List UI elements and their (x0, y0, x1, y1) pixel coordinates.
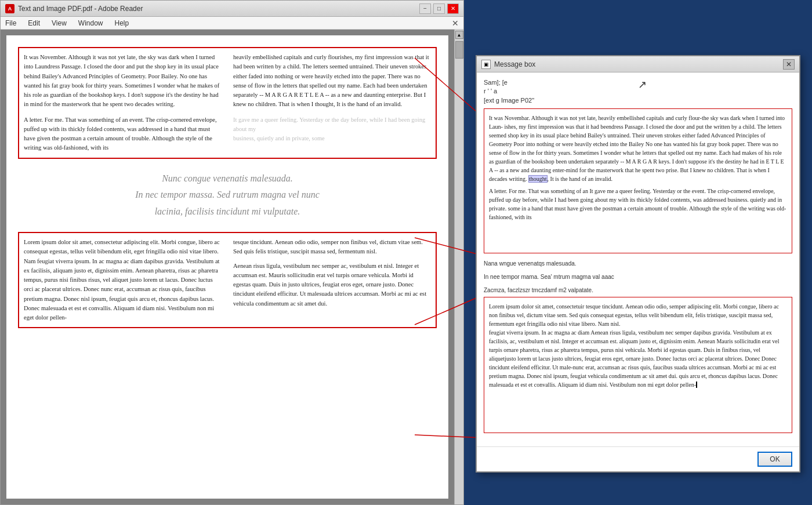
pdf-text-col2-bottom1: tesque tincidunt. Aenean odio odio, semp… (233, 238, 431, 257)
pdf-text-col1-p1: It was November. Although it was not yet… (24, 53, 222, 110)
reader-title: Text and Image PDF.pdf - Adobe Reader (18, 5, 419, 13)
scroll-up-arrow[interactable]: ▲ (455, 31, 463, 39)
msg-text1-para2: A letter. For me. That was something of … (489, 187, 787, 221)
pdf-italic-section: Nunc congue venenatis malesuada. In nec … (18, 159, 437, 232)
menu-help[interactable]: Help (113, 19, 132, 27)
reader-close-x[interactable]: ✕ (449, 19, 461, 28)
maximize-button[interactable]: □ (433, 3, 445, 14)
window-controls: − □ ✕ (419, 3, 459, 14)
msg-header-line1: Sam]; [e (484, 78, 792, 87)
reader-content: It was November. Although it was not yet… (1, 30, 463, 504)
menu-window[interactable]: Window (76, 19, 106, 27)
highlighted-thought: thought (528, 175, 548, 183)
menu-edit[interactable]: Edit (26, 19, 42, 27)
close-button[interactable]: ✕ (447, 3, 459, 14)
msg-text-block2: Lorem ipsum dolor sit amet, consectetuir… (484, 297, 792, 433)
menu-view[interactable]: View (49, 19, 69, 27)
msg-text-block1: It was Novembar. Although it was not yet… (484, 108, 792, 253)
pdf-text-col2-bottom2: Aenean risus ligula, vestibulum nec semp… (233, 261, 431, 308)
msg-header-line2: r ' ' a (484, 87, 792, 96)
msg-footer: OK (477, 446, 799, 471)
msg-text2-content: Lorem ipsum dolor sit amet, consectetuir… (489, 302, 787, 389)
app-icon: A (5, 4, 14, 13)
msg-plain-line3: Zacmza, faczlzszr tmczdamf m2 valpatate. (484, 286, 792, 295)
msg-titlebar: ▣ Message box ✕ (477, 56, 799, 72)
pdf-col2-top: heavily embellished capitals and curly f… (233, 53, 431, 153)
vertical-scrollbar[interactable]: ▲ (454, 30, 463, 504)
pdf-col1-top: It was November. Although it was not yet… (24, 53, 222, 153)
minimize-button[interactable]: − (419, 3, 431, 14)
pdf-top-box: It was November. Although it was not yet… (18, 47, 437, 159)
msg-title: Message box (494, 60, 783, 68)
reader-menubar: File Edit View Window Help ✕ (1, 17, 463, 30)
msg-icon: ▣ (481, 60, 491, 69)
msg-plain-line1: Nana wngue venenatqs malesuada. (484, 259, 792, 268)
reader-titlebar: A Text and Image PDF.pdf - Adobe Reader … (1, 1, 463, 17)
message-window: ▣ Message box ✕ Sam]; [e r ' ' a [ext g … (476, 55, 800, 473)
msg-body: Sam]; [e r ' ' a [ext g Image P02" It wa… (477, 72, 799, 446)
msg-header-line3: [ext g Image P02" (484, 96, 792, 105)
scroll-thumb[interactable] (455, 41, 463, 59)
msg-header: Sam]; [e r ' ' a [ext g Image P02" (484, 78, 792, 105)
msg-text1-para1: It was Novembar. Although it was not yet… (489, 114, 787, 183)
pdf-italic-line1: Nunc congue venenatis malesuada. (18, 170, 437, 187)
text-cursor (696, 382, 697, 388)
pdf-col1-bottom: Lorem ipsum dolor sit amet, consectetur … (24, 238, 222, 322)
pdf-text-col2-p2-faded: It gave me a queer feeling. Yesterday or… (233, 115, 431, 144)
msg-close-button[interactable]: ✕ (783, 59, 795, 70)
pdf-italic-line3: lacinia, facilisis tincidunt mi vulputat… (18, 204, 437, 220)
msg-plain-line2: In nee tempor mama. Sea' mtrum magma val… (484, 273, 792, 281)
pdf-text-col2-p1: heavily embellished capitals and curly f… (233, 53, 431, 110)
pdf-text-col1-p2: A letter. For me. That was something of … (24, 115, 222, 153)
pdf-page: It was November. Although it was not yet… (6, 35, 448, 499)
ok-button[interactable]: OK (757, 452, 792, 467)
menu-file[interactable]: File (3, 19, 19, 27)
pdf-italic-line2: In nec tempor massa. Sed rutrum magna ve… (18, 187, 437, 204)
pdf-bottom-box: Lorem ipsum dolor sit amet, consectetur … (18, 232, 437, 328)
reader-window: A Text and Image PDF.pdf - Adobe Reader … (0, 0, 464, 505)
pdf-col2-bottom: tesque tincidunt. Aenean odio odio, semp… (233, 238, 431, 322)
pdf-text-col1-bottom: Lorem ipsum dolor sit amet, consectetur … (24, 238, 222, 322)
